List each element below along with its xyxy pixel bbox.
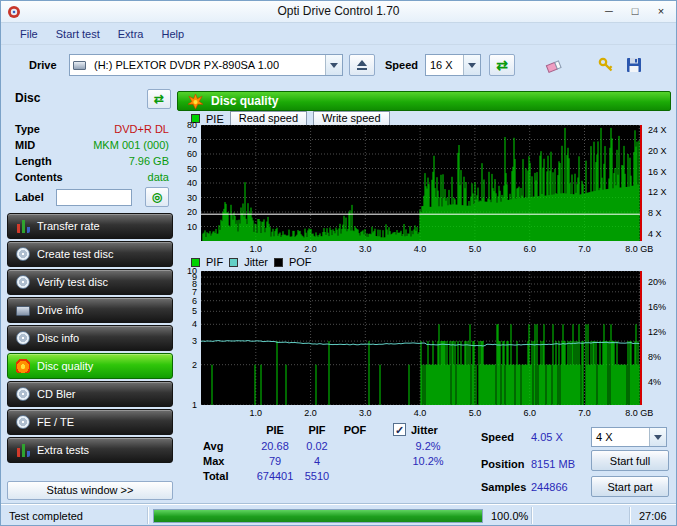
verify-test-disc-icon (16, 275, 30, 289)
eject-icon (356, 60, 368, 71)
speed-select-arrow-icon (463, 55, 480, 75)
speed-result-label: Speed (481, 431, 514, 443)
read-speed-toggle[interactable]: Read speed (230, 111, 307, 126)
disc-label-label: Label (15, 191, 44, 203)
sidebar-item-transfer-rate[interactable]: Transfer rate (7, 213, 173, 239)
axis-tick-label: 8.0 GB (625, 408, 653, 418)
speed-result-value: 4.05 X (531, 431, 563, 443)
axis-tick-label: 8.0 GB (625, 244, 653, 254)
axis-tick-label: 2.0 (304, 244, 317, 254)
axis-tick-label: 30 (187, 193, 197, 203)
axis-tick-label: 80 (187, 120, 197, 130)
axis-tick-label: 16% (648, 302, 666, 312)
cd-bler-icon (16, 387, 30, 401)
disc-contents-label: Contents (15, 171, 63, 183)
status-text: Test completed (9, 510, 83, 522)
maximize-button[interactable]: □ (622, 1, 648, 22)
sidebar-item-label: Disc info (37, 332, 79, 344)
disc-mid-label: MID (15, 139, 35, 151)
sidebar-item-label: Disc quality (37, 360, 93, 372)
progress-percent: 100.0% (491, 510, 528, 522)
disc-refresh-button[interactable]: ⇄ (147, 89, 171, 109)
sidebar-item-label: Extra tests (37, 444, 89, 456)
menu-help[interactable]: Help (152, 26, 193, 42)
disc-quality-title: Disc quality (211, 94, 278, 108)
sidebar-item-extra-tests[interactable]: Extra tests (7, 437, 173, 463)
pif-chart-plot (201, 271, 642, 405)
speed-select[interactable]: 16 X (425, 54, 481, 76)
check-icon: ✓ (395, 424, 404, 436)
axis-tick-label: 4 (192, 319, 197, 329)
save-button[interactable] (621, 52, 647, 78)
pif-chart-xlabels: 1.02.03.04.05.06.07.08.0 GB (201, 408, 656, 420)
sidebar-item-disc-quality[interactable]: Disc quality (7, 353, 173, 379)
results-row-label: Max (203, 455, 224, 467)
jitter-column-label: Jitter (411, 424, 438, 436)
pif-chart-ylabels-left: 12345678910 (175, 271, 199, 405)
key-icon (597, 56, 615, 74)
refresh-icon: ⇄ (496, 59, 508, 71)
status-window-button[interactable]: Status window >> (7, 481, 173, 500)
axis-tick-label: 6.0 (523, 244, 536, 254)
sidebar-item-drive-info[interactable]: Drive info (7, 297, 173, 323)
pif-chart-ylabels-right: 20%16%12%8%4% (646, 271, 676, 405)
speed-label: Speed (385, 59, 418, 71)
disc-panel: Disc ⇄ Type DVD+R DL MID MKM 001 (000) L… (7, 89, 173, 209)
axis-tick-label: 4% (648, 377, 661, 387)
eraser-button[interactable] (541, 52, 567, 78)
refresh-button[interactable]: ⇄ (489, 54, 515, 76)
start-part-button[interactable]: Start part (591, 476, 669, 497)
test-speed-arrow-icon (649, 428, 666, 446)
disc-label-button[interactable]: ◎ (145, 187, 169, 207)
drive-select-arrow-icon (325, 55, 342, 75)
test-speed-select-value: 4 X (592, 431, 613, 443)
write-speed-toggle[interactable]: Write speed (313, 111, 390, 126)
close-button[interactable]: × (648, 1, 674, 22)
extra-tests-icon (16, 443, 30, 457)
sidebar-item-create-test-disc[interactable]: Create test disc (7, 241, 173, 267)
window-title: Opti Drive Control 1.70 (1, 4, 676, 18)
disc-quality-header: Disc quality (177, 91, 671, 111)
test-speed-select[interactable]: 4 X (591, 427, 667, 447)
axis-tick-label: 4 X (648, 229, 662, 239)
sidebar-item-verify-test-disc[interactable]: Verify test disc (7, 269, 173, 295)
drive-info-icon (16, 306, 30, 316)
sidebar-item-fe-te[interactable]: FE / TE (7, 409, 173, 435)
key-button[interactable] (593, 52, 619, 78)
flame-icon (188, 94, 203, 109)
disc-label-input[interactable] (56, 189, 132, 206)
drive-select[interactable]: (H:) PLEXTOR DVDR PX-890SA 1.00 (69, 54, 343, 76)
pie-chart-xlabels: 1.02.03.04.05.06.07.08.0 GB (201, 244, 656, 256)
menu-extra[interactable]: Extra (109, 26, 153, 42)
axis-tick-label: 12% (648, 327, 666, 337)
axis-tick-label: 1.0 (250, 244, 263, 254)
axis-tick-label: 70 (187, 135, 197, 145)
transfer-rate-icon (16, 219, 30, 233)
results-row-label: Avg (203, 440, 223, 452)
samples-label: Samples (481, 481, 526, 493)
pie-chart-ylabels-right: 24 X20 X16 X12 X8 X4 X (646, 125, 676, 241)
sidebar-item-cd-bler[interactable]: CD Bler (7, 381, 173, 407)
sidebar-item-label: Transfer rate (37, 220, 100, 232)
axis-tick-label: 2.0 (304, 408, 317, 418)
jitter-legend-swatch (229, 258, 238, 267)
minimize-button[interactable]: ─ (596, 1, 622, 22)
disc-type-label: Type (15, 123, 40, 135)
max-pif-value: 4 (289, 455, 345, 467)
position-value: 8151 MB (531, 458, 575, 470)
disc-type-value: DVD+R DL (114, 123, 169, 135)
create-test-disc-icon (16, 247, 30, 261)
sidebar-item-label: FE / TE (37, 416, 74, 428)
disc-refresh-icon: ⇄ (154, 92, 164, 106)
menu-file[interactable]: File (11, 26, 47, 42)
eject-button[interactable] (349, 54, 375, 76)
menu-start-test[interactable]: Start test (47, 26, 109, 42)
axis-tick-label: 4.0 (414, 244, 427, 254)
axis-tick-label: 7.0 (578, 244, 591, 254)
start-full-button[interactable]: Start full (591, 450, 669, 471)
axis-tick-label: 3.0 (359, 408, 372, 418)
axis-tick-label: 3 (192, 336, 197, 346)
sidebar-item-disc-info[interactable]: Disc info (7, 325, 173, 351)
disc-mid-value: MKM 001 (000) (93, 139, 169, 151)
jitter-checkbox[interactable]: ✓ (393, 423, 406, 436)
